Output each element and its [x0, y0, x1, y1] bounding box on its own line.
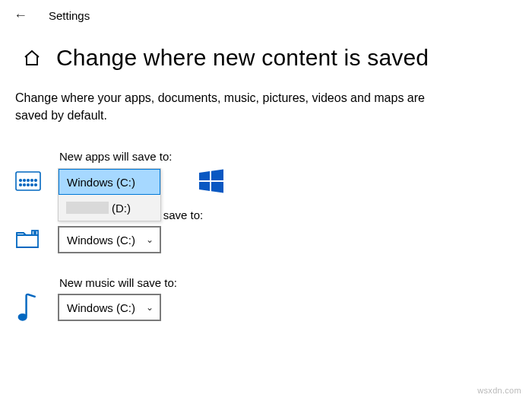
page-title: Change where new content is saved — [56, 45, 429, 71]
documents-select[interactable]: Windows (C:) ⌄ — [58, 226, 161, 253]
svg-point-1 — [20, 184, 22, 186]
svg-marker-11 — [199, 171, 210, 180]
select-value: Windows (C:) — [67, 234, 135, 247]
svg-point-9 — [31, 180, 33, 182]
music-icon — [15, 297, 41, 318]
svg-point-8 — [27, 180, 30, 182]
documents-icon — [15, 229, 41, 250]
page-heading-row: Change where new content is saved — [0, 30, 532, 89]
app-title: Settings — [49, 9, 90, 22]
svg-point-3 — [27, 184, 30, 186]
setting-label-music: New music will save to: — [59, 276, 532, 289]
apps-dropdown[interactable]: Windows (C:) (D:) — [58, 168, 161, 221]
setting-label-apps: New apps will save to: — [59, 150, 532, 163]
svg-marker-12 — [211, 170, 223, 181]
svg-point-2 — [24, 184, 26, 186]
watermark: wsxdn.com — [477, 386, 521, 395]
svg-point-7 — [24, 180, 26, 182]
svg-point-10 — [35, 180, 37, 182]
svg-point-6 — [20, 180, 22, 182]
chevron-down-icon: ⌄ — [146, 234, 154, 245]
svg-point-4 — [31, 184, 33, 186]
svg-marker-13 — [199, 182, 210, 191]
home-icon[interactable] — [23, 49, 41, 67]
setting-music: New music will save to: Windows (C:) ⌄ — [0, 276, 532, 321]
dropdown-option-suffix: (D:) — [112, 202, 131, 215]
page-description: Change where your apps, documents, music… — [0, 89, 471, 124]
setting-apps: New apps will save to: — [0, 150, 532, 195]
windows-logo-icon — [198, 167, 225, 195]
svg-marker-14 — [211, 182, 223, 193]
title-bar: ← Settings — [0, 0, 532, 30]
chevron-down-icon: ⌄ — [146, 302, 154, 313]
dropdown-option-label: Windows (C:) — [67, 176, 135, 189]
svg-point-5 — [35, 184, 37, 186]
svg-rect-15 — [32, 231, 38, 235]
apps-icon — [15, 170, 41, 192]
redacted-drive-name — [66, 202, 109, 214]
select-value: Windows (C:) — [67, 301, 135, 314]
back-button[interactable]: ← — [14, 8, 27, 24]
dropdown-option-d[interactable]: (D:) — [59, 195, 160, 221]
svg-point-18 — [18, 313, 27, 321]
music-select[interactable]: Windows (C:) ⌄ — [58, 294, 161, 321]
dropdown-option-c[interactable]: Windows (C:) — [59, 169, 160, 195]
